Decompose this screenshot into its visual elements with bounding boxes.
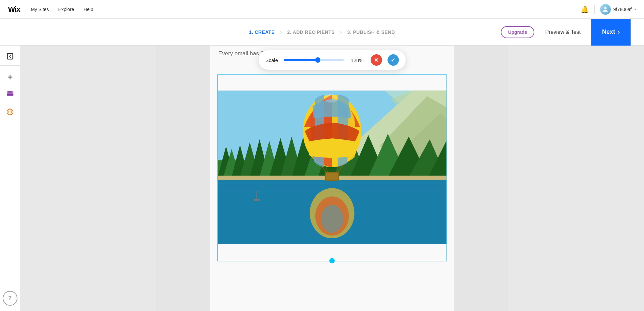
nav-help[interactable]: Help: [84, 7, 93, 12]
svg-point-42: [321, 205, 343, 233]
next-arrow-icon: ›: [618, 28, 620, 36]
svg-rect-50: [326, 173, 338, 180]
scale-track: [283, 59, 344, 61]
texture-tool[interactable]: [3, 105, 17, 119]
svg-rect-38: [218, 187, 446, 187]
email-content-area: Scale 128% ✕ ✓ Every email has ?: [20, 46, 644, 311]
svg-point-52: [253, 199, 260, 201]
step-create-label: 1. CREATE: [249, 29, 275, 35]
upgrade-button[interactable]: Upgrade: [501, 26, 535, 38]
email-canvas: Every email has ? to know, how to: [156, 46, 508, 311]
paint-tool[interactable]: [3, 87, 17, 102]
chevron-down-icon: ▾: [634, 7, 636, 11]
step-recipients-label: 2. ADD RECIPIENTS: [287, 29, 335, 35]
nav-explore[interactable]: Explore: [58, 7, 74, 12]
email-center-column: Every email has ? to know, how to: [210, 46, 454, 311]
notifications-bell-icon[interactable]: 🔔: [581, 5, 589, 13]
scale-thumb[interactable]: [315, 57, 320, 63]
scale-label: Scale: [265, 57, 278, 63]
image-resize-handle[interactable]: [329, 257, 335, 264]
scale-toolbar: Scale 128% ✕ ✓: [259, 50, 406, 70]
step-add-recipients[interactable]: 2. ADD RECIPIENTS: [287, 29, 335, 35]
back-button[interactable]: [0, 51, 20, 66]
user-menu[interactable]: 9f7806af ▾: [600, 4, 636, 15]
step-arrow-2: ›: [340, 29, 342, 35]
step-publish-label: 3. PUBLISH & SEND: [347, 29, 395, 35]
step-publish-send[interactable]: 3. PUBLISH & SEND: [347, 29, 395, 35]
nav-links: My Sites Explore Help: [31, 7, 93, 12]
svg-point-44: [324, 94, 338, 103]
add-tool[interactable]: [3, 70, 17, 84]
preview-test-button[interactable]: Preview & Test: [538, 26, 587, 38]
next-button[interactable]: Next ›: [591, 19, 631, 46]
main-layout: ? Scale 128% ✕ ✓ Every email has ?: [0, 46, 644, 311]
next-label: Next: [602, 28, 615, 36]
step-create[interactable]: 1. CREATE: [249, 29, 275, 35]
scale-cancel-button[interactable]: ✕: [371, 54, 382, 66]
help-button[interactable]: ?: [3, 291, 17, 306]
balloon-image: [218, 75, 446, 259]
svg-rect-6: [8, 91, 12, 92]
left-sidebar: ?: [0, 46, 20, 311]
step-navigation: 1. CREATE › 2. ADD RECIPIENTS › 3. PUBLI…: [0, 19, 644, 46]
wix-logo: Wix: [8, 5, 20, 14]
nav-right: 🔔 9f7806af ▾: [581, 4, 636, 15]
step-arrow-1: ›: [280, 29, 282, 35]
step-nav-right: Upgrade Preview & Test Next ›: [501, 19, 631, 46]
image-block[interactable]: [217, 74, 447, 261]
avatar: [600, 4, 611, 15]
svg-rect-1: [7, 53, 13, 59]
svg-rect-37: [218, 183, 446, 183]
top-text-left: Every email has ?: [218, 50, 264, 57]
svg-rect-5: [7, 94, 13, 96]
scale-value: 128%: [349, 57, 365, 63]
top-navigation: Wix My Sites Explore Help 🔔 9f7806af ▾: [0, 0, 644, 19]
nav-divider: [594, 5, 595, 14]
nav-my-sites[interactable]: My Sites: [31, 7, 49, 12]
user-name: 9f7806af: [613, 7, 632, 12]
scale-confirm-button[interactable]: ✓: [387, 54, 399, 66]
svg-point-0: [604, 7, 606, 9]
scale-slider[interactable]: [283, 59, 344, 61]
